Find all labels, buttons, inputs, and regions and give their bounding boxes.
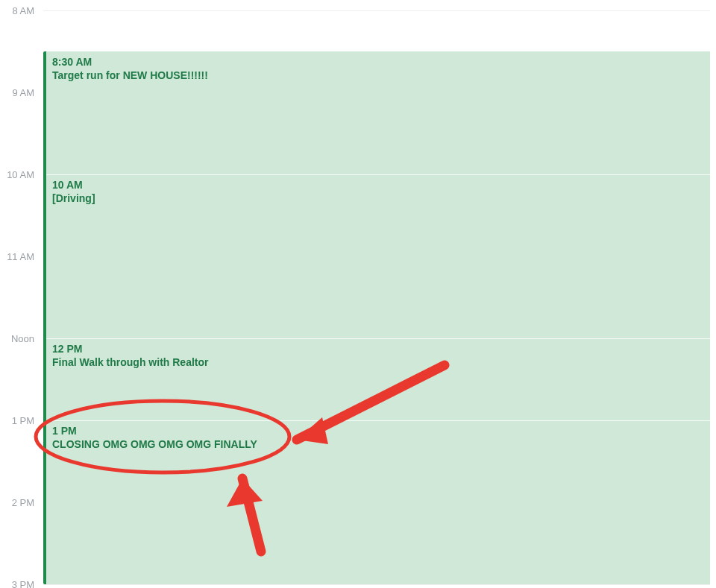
time-label-8am: 8 AM [0,6,39,16]
time-label-10am: 10 AM [0,170,39,180]
busy-block: 8:30 AM Target run for NEW HOUSE!!!!!! 1… [43,51,710,584]
time-label-3pm: 3 PM [0,580,39,588]
calendar-day-view: 8 AM 9 AM 10 AM 11 AM Noon 1 PM 2 PM 3 P… [0,0,716,588]
calendar-event[interactable]: 1 PM CLOSING OMG OMG OMG OMG FINALLY [46,420,710,452]
time-label-1pm: 1 PM [0,416,39,426]
events-column: 8:30 AM Target run for NEW HOUSE!!!!!! 1… [43,0,710,588]
time-label-noon: Noon [0,334,39,344]
event-title: Final Walk through with Realtor [52,356,704,370]
time-label-11am: 11 AM [0,252,39,262]
calendar-event[interactable]: 12 PM Final Walk through with Realtor [46,338,710,370]
calendar-event[interactable]: 10 AM [Driving] [46,174,710,206]
calendar-event[interactable]: 8:30 AM Target run for NEW HOUSE!!!!!! [46,51,710,83]
event-time: 1 PM [52,425,704,438]
event-time: 12 PM [52,343,704,356]
event-title: CLOSING OMG OMG OMG OMG FINALLY [52,438,704,452]
event-title: [Driving] [52,192,704,206]
event-time: 8:30 AM [52,56,704,69]
time-label-9am: 9 AM [0,88,39,98]
event-title: Target run for NEW HOUSE!!!!!! [52,69,704,83]
event-time: 10 AM [52,179,704,192]
time-label-2pm: 2 PM [0,498,39,508]
